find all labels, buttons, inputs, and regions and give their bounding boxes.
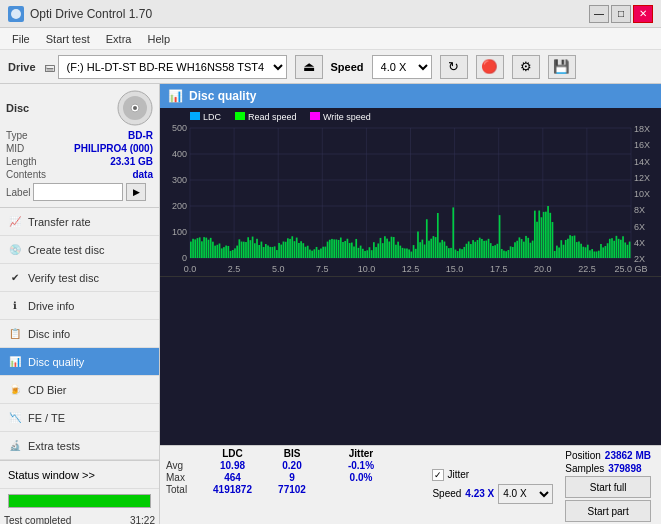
sidebar-item-disc-info[interactable]: 📋 Disc info (0, 320, 159, 348)
svg-point-4 (133, 106, 137, 110)
settings-button1[interactable]: 🔴 (476, 55, 504, 79)
sidebar-item-cd-bier[interactable]: 🍺 CD Bier (0, 376, 159, 404)
sidebar-item-transfer-rate[interactable]: 📈 Transfer rate (0, 208, 159, 236)
disc-title: Disc (6, 102, 29, 114)
start-part-button[interactable]: Start part (565, 500, 651, 522)
create-test-disc-icon: 💿 (8, 243, 22, 257)
drive-bar: Drive 🖴 (F:) HL-DT-ST BD-RE WH16NS58 TST… (0, 50, 661, 84)
total-label: Total (166, 484, 198, 495)
position-row: Position 23862 MB (565, 450, 651, 461)
disc-label-input[interactable] (33, 183, 123, 201)
create-test-disc-label: Create test disc (28, 244, 104, 256)
speed-value: 4.23 X (465, 488, 494, 499)
status-window-button[interactable]: Status window >> (0, 461, 159, 489)
status-completed-text: Test completed (4, 515, 71, 524)
cd-bier-icon: 🍺 (8, 383, 22, 397)
progress-bar-fill (9, 495, 150, 507)
jitter-checkbox[interactable]: ✓ (432, 469, 444, 481)
minimize-button[interactable]: — (589, 5, 609, 23)
verify-test-disc-label: Verify test disc (28, 272, 99, 284)
position-label: Position (565, 450, 601, 461)
avg-label: Avg (166, 460, 198, 471)
bis-avg: 0.20 (267, 460, 317, 471)
pos-samples-area: Position 23862 MB Samples 379898 Start f… (561, 448, 655, 524)
speed-info: Speed 4.23 X 4.0 X (432, 484, 553, 504)
bis-header: BIS (267, 448, 317, 459)
disc-mid-value: PHILIPRO4 (000) (74, 143, 153, 154)
save-button[interactable]: 💾 (548, 55, 576, 79)
samples-row: Samples 379898 (565, 463, 651, 474)
menu-file[interactable]: File (4, 31, 38, 47)
stats-max-row: Max 464 9 0.0% (166, 472, 424, 483)
progress-bar-container (8, 494, 151, 508)
disc-mid-label: MID (6, 143, 24, 154)
max-label: Max (166, 472, 198, 483)
app-title: Opti Drive Control 1.70 (30, 7, 152, 21)
progress-container (0, 489, 159, 513)
sidebar-status: Status window >> Test completed 31:22 (0, 460, 159, 524)
status-row: Test completed 31:22 (0, 513, 159, 524)
drive-select[interactable]: (F:) HL-DT-ST BD-RE WH16NS58 TST4 (58, 55, 287, 79)
start-full-button[interactable]: Start full (565, 476, 651, 498)
extra-tests-label: Extra tests (28, 440, 80, 452)
disc-label-row: Label ▶ (6, 183, 153, 201)
content-title: Disc quality (189, 89, 256, 103)
sidebar-item-drive-info[interactable]: ℹ Drive info (0, 292, 159, 320)
settings-button2[interactable]: ⚙ (512, 55, 540, 79)
disc-quality-icon: 📊 (8, 355, 22, 369)
stats-header: LDC BIS Jitter (166, 448, 424, 459)
jitter-check-label: Jitter (447, 469, 469, 480)
jitter-header-label: Jitter (331, 448, 391, 459)
stats-total-row: Total 4191872 77102 (166, 484, 424, 495)
maximize-button[interactable]: □ (611, 5, 631, 23)
disc-label-button[interactable]: ▶ (126, 183, 146, 201)
sidebar-item-extra-tests[interactable]: 🔬 Extra tests (0, 432, 159, 460)
status-time: 31:22 (130, 515, 155, 524)
main-layout: Disc Type BD-R MID PHILIPRO4 (000) (0, 84, 661, 524)
jitter-avg: -0.1% (331, 460, 391, 471)
refresh-button[interactable]: ↻ (440, 55, 468, 79)
sidebar-item-verify-test-disc[interactable]: ✔ Verify test disc (0, 264, 159, 292)
jitter-checkbox-row: ✓ Jitter (432, 469, 553, 481)
sidebar-item-disc-quality[interactable]: 📊 Disc quality (0, 348, 159, 376)
window-controls: — □ ✕ (589, 5, 653, 23)
bis-total: 77102 (267, 484, 317, 495)
content-title-icon: 📊 (168, 89, 183, 103)
stats-avg-row: Avg 10.98 0.20 -0.1% (166, 460, 424, 471)
disc-contents-label: Contents (6, 169, 46, 180)
stats-main: LDC BIS Jitter Avg 10.98 0.20 -0.1% (166, 448, 424, 524)
nav-list: 📈 Transfer rate 💿 Create test disc ✔ Ver… (0, 208, 159, 460)
jitter-speed-area: ✓ Jitter Speed 4.23 X 4.0 X (424, 448, 561, 524)
disc-type-value: BD-R (128, 130, 153, 141)
disc-contents-value: data (132, 169, 153, 180)
transfer-rate-icon: 📈 (8, 215, 22, 229)
speed-dropdown[interactable]: 4.0 X (498, 484, 553, 504)
sidebar-item-fe-te[interactable]: 📉 FE / TE (0, 404, 159, 432)
disc-info-icon: 📋 (8, 327, 22, 341)
eject-button[interactable]: ⏏ (295, 55, 323, 79)
speed-label: Speed (331, 61, 364, 73)
action-buttons: Start full Start part (565, 476, 651, 522)
charts-container (160, 108, 661, 445)
stats-area: LDC BIS Jitter Avg 10.98 0.20 -0.1% (160, 445, 661, 524)
ldc-avg: 10.98 (200, 460, 265, 471)
disc-length-value: 23.31 GB (110, 156, 153, 167)
disc-graphic (117, 90, 153, 126)
close-button[interactable]: ✕ (633, 5, 653, 23)
speed-label-text: Speed (432, 488, 461, 499)
title-bar: Opti Drive Control 1.70 — □ ✕ (0, 0, 661, 28)
ldc-total: 4191872 (200, 484, 265, 495)
sidebar-item-create-test-disc[interactable]: 💿 Create test disc (0, 236, 159, 264)
disc-length-row: Length 23.31 GB (6, 156, 153, 167)
chart-lower (160, 277, 661, 445)
menu-help[interactable]: Help (139, 31, 178, 47)
cd-bier-label: CD Bier (28, 384, 67, 396)
menu-extra[interactable]: Extra (98, 31, 140, 47)
drive-label: Drive (8, 61, 36, 73)
disc-label-label: Label (6, 187, 30, 198)
speed-select[interactable]: 4.0 X (372, 55, 432, 79)
disc-info-label: Disc info (28, 328, 70, 340)
content-header: 📊 Disc quality (160, 84, 661, 108)
menu-start-test[interactable]: Start test (38, 31, 98, 47)
svg-point-0 (11, 9, 21, 19)
